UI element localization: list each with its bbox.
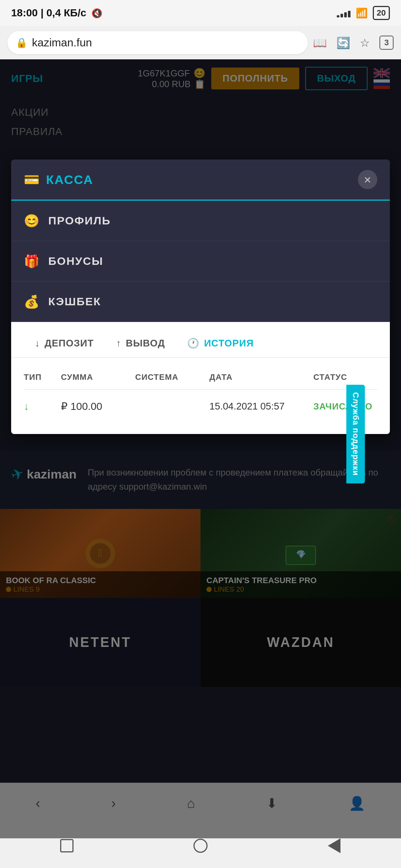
- support-tab[interactable]: Служба поддержки: [346, 385, 365, 483]
- col-type: ТИП: [24, 372, 61, 382]
- recents-button[interactable]: [58, 836, 76, 855]
- profile-icon: 😊: [24, 213, 39, 228]
- square-icon: [60, 839, 74, 852]
- col-system: СИСТЕМА: [135, 372, 209, 382]
- cashback-icon: 💰: [24, 294, 39, 309]
- triangle-icon: [328, 838, 340, 853]
- home-android-button[interactable]: [191, 836, 210, 855]
- status-time: 18:00: [11, 7, 38, 19]
- url-text: kaziman.fun: [32, 36, 92, 49]
- status-data-speed: 0,4 КБ/с: [46, 7, 86, 19]
- wifi-icon: 📶: [356, 7, 368, 19]
- cashback-label: КЭШБЕК: [48, 295, 101, 308]
- modal-tabs: ↓ ДЕПОЗИТ ↑ ВЫВОД 🕐 ИСТОРИЯ: [11, 322, 390, 358]
- row-type-icon: ↓: [24, 401, 61, 412]
- refresh-icon[interactable]: 🔄: [336, 36, 350, 49]
- tab-deposit-label: ДЕПОЗИТ: [45, 338, 94, 349]
- star-icon[interactable]: ☆: [360, 36, 370, 49]
- row-status: ЗАЧИСЛЕНО: [313, 401, 377, 412]
- url-bar[interactable]: 🔒 kaziman.fun: [7, 31, 308, 54]
- modal-title: КАССА: [46, 172, 93, 187]
- mute-icon: 🔇: [91, 8, 102, 18]
- col-amount: СУММА: [61, 372, 135, 382]
- col-status: СТАТУС: [313, 372, 377, 382]
- signal-icon: [337, 9, 351, 17]
- status-right: 📶 20: [337, 6, 390, 20]
- gift-icon: 🎁: [24, 254, 39, 269]
- modal-content: ↓ ДЕПОЗИТ ↑ ВЫВОД 🕐 ИСТОРИЯ ТИП СУММА СИ…: [11, 322, 390, 434]
- tab-deposit[interactable]: ↓ ДЕПОЗИТ: [24, 332, 105, 357]
- row-amount: ₽ 100.00: [61, 400, 135, 412]
- table-header: ТИП СУММА СИСТЕМА ДАТА СТАТУС: [24, 369, 377, 390]
- profile-label: ПРОФИЛЬ: [48, 214, 111, 227]
- kassa-icon: 💳: [24, 172, 39, 187]
- tab-count[interactable]: 3: [379, 36, 394, 50]
- transactions-table: ТИП СУММА СИСТЕМА ДАТА СТАТУС ↓ ₽ 100.00…: [11, 358, 390, 434]
- back-android-button[interactable]: [325, 836, 343, 855]
- table-row: ↓ ₽ 100.00 15.04.2021 05:57 ЗАЧИСЛЕНО: [24, 390, 377, 423]
- history-icon: 🕐: [187, 338, 199, 349]
- circle-icon: [193, 839, 208, 853]
- modal-close-button[interactable]: ×: [358, 170, 377, 189]
- cashback-menu-item[interactable]: 💰 КЭШБЕК: [11, 282, 390, 322]
- lock-icon: 🔒: [16, 37, 27, 49]
- tab-history[interactable]: 🕐 ИСТОРИЯ: [176, 332, 265, 357]
- deposit-icon: ↓: [35, 338, 40, 349]
- status-data: |: [40, 7, 46, 19]
- kassa-modal: 💳 КАССА × 😊 ПРОФИЛЬ 🎁 БОНУСЫ 💰 КЭШБЕК ↓ …: [11, 160, 390, 434]
- bonuses-label: БОНУСЫ: [48, 255, 103, 267]
- status-bar: 18:00 | 0,4 КБ/с 🔇 📶 20: [0, 0, 401, 26]
- row-date: 15.04.2021 05:57: [209, 401, 313, 412]
- bonuses-menu-item[interactable]: 🎁 БОНУСЫ: [11, 241, 390, 282]
- site-background: ИГРЫ 1G67K1GGF 😊 0.00 RUB 📋 ПОПОЛНИТЬ ВЫ…: [0, 59, 401, 838]
- col-date: ДАТА: [209, 372, 313, 382]
- status-time-data: 18:00 | 0,4 КБ/с 🔇: [11, 7, 102, 19]
- browser-icons: 📖 🔄 ☆ 3: [313, 36, 394, 50]
- browser-bar: 🔒 kaziman.fun 📖 🔄 ☆ 3: [0, 26, 401, 59]
- withdraw-icon: ↑: [116, 338, 121, 349]
- battery-icon: 20: [373, 6, 390, 20]
- tab-history-label: ИСТОРИЯ: [204, 338, 254, 349]
- tab-withdraw-label: ВЫВОД: [126, 338, 165, 349]
- tab-withdraw[interactable]: ↑ ВЫВОД: [105, 332, 176, 357]
- modal-header: 💳 КАССА ×: [11, 160, 390, 201]
- bookmarks-icon[interactable]: 📖: [313, 36, 327, 49]
- profile-menu-item[interactable]: 😊 ПРОФИЛЬ: [11, 201, 390, 241]
